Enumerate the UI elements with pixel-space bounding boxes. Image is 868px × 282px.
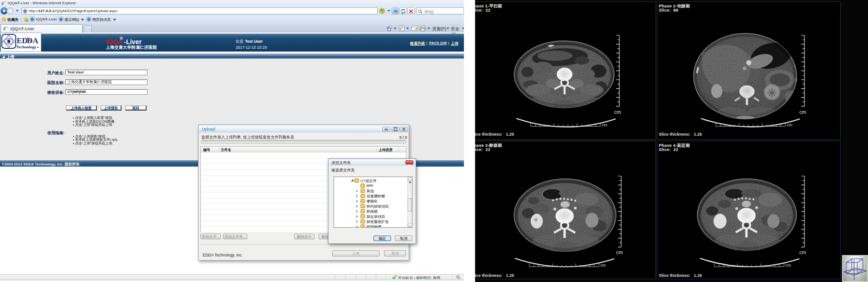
svg-text:cm: cm (785, 263, 791, 268)
svg-text:Technology: Technology (16, 45, 37, 49)
svg-text:cm: cm (600, 263, 606, 268)
svg-text:cm: cm (799, 249, 806, 255)
svg-text:cm: cm (614, 109, 621, 115)
svg-text:cm: cm (787, 123, 792, 127)
svg-text:DA: DA (27, 36, 39, 45)
svg-text:cm: cm (602, 123, 607, 127)
svg-text:cm: cm (616, 249, 623, 255)
svg-text:ED: ED (17, 36, 28, 45)
svg-text:cm: cm (799, 109, 806, 115)
